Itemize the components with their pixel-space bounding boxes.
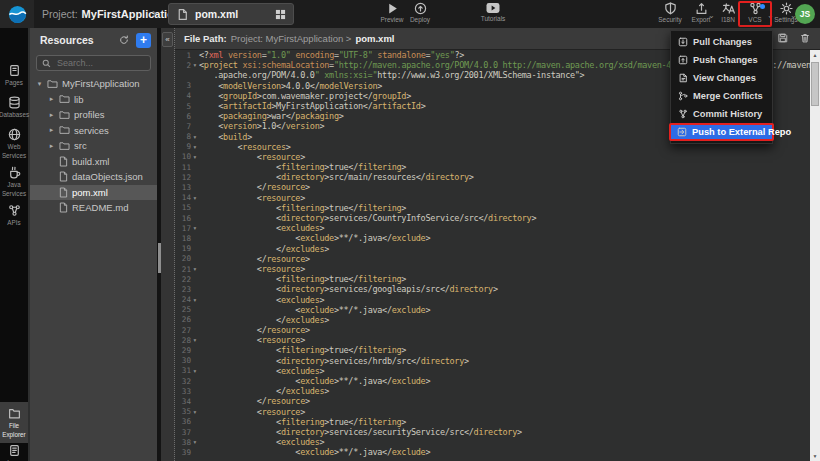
code-line: <directory>src/main/resources</directory… xyxy=(199,172,474,182)
chevron-right-icon[interactable]: ▸ xyxy=(48,142,55,150)
code-line: <filtering>true</filtering> xyxy=(199,345,406,355)
deploy-button[interactable]: Deploy xyxy=(405,2,435,23)
sidebar-item-java-services[interactable]: JavaServices xyxy=(0,166,28,197)
menu-item-view-changes[interactable]: View Changes xyxy=(671,69,772,87)
fold-marker-icon[interactable]: ▾ xyxy=(191,266,199,272)
activity-bar: ••• PagesDatabasesWebServicesJavaService… xyxy=(0,28,28,461)
fold-marker-icon[interactable]: ▾ xyxy=(191,225,199,231)
code-line: </excludes> xyxy=(199,386,329,396)
code-row: 39 <exclude>**/*.java</exclude> xyxy=(175,447,810,457)
view-changes-icon xyxy=(678,73,688,83)
sidebar-item-label: Databases xyxy=(0,111,29,118)
refresh-icon[interactable] xyxy=(119,35,129,45)
preview-button[interactable]: Preview xyxy=(377,2,407,23)
code-line: </resource> xyxy=(199,182,310,192)
trash-icon[interactable] xyxy=(800,33,810,43)
save-icon[interactable] xyxy=(778,33,788,43)
resources-search[interactable] xyxy=(36,55,151,71)
code-line: <artifactId>MyFirstApplication</artifact… xyxy=(199,101,425,111)
fold-marker-icon[interactable]: ▾ xyxy=(191,195,199,201)
chevron-down-icon[interactable]: ▾ xyxy=(36,80,43,88)
scroll-up-arrow-icon[interactable]: ▲ xyxy=(810,50,820,60)
tree-item-lib[interactable]: ▸lib xyxy=(30,92,157,108)
line-number: 3 xyxy=(175,81,191,90)
collapse-panel-button[interactable]: « xyxy=(162,32,173,47)
file-icon xyxy=(59,156,68,167)
file-path-current: pom.xml xyxy=(355,33,394,44)
chevron-right-icon[interactable]: ▸ xyxy=(48,111,55,119)
chevron-right-icon[interactable]: ▸ xyxy=(48,126,55,134)
menu-item-commit-history[interactable]: Commit History xyxy=(671,105,772,123)
editor-scrollbar-thumb[interactable] xyxy=(811,62,819,106)
fold-marker-icon[interactable]: ▾ xyxy=(191,368,199,374)
tree-item-readme-md[interactable]: README.md xyxy=(30,200,157,216)
user-avatar[interactable]: JS xyxy=(795,4,815,24)
tree-item-services[interactable]: ▸services xyxy=(30,123,157,139)
file-icon xyxy=(176,8,189,21)
vcs-dropdown-menu: Pull ChangesPush ChangesView ChangesMerg… xyxy=(670,30,773,144)
sidebar-item-apis[interactable]: APIs xyxy=(0,204,28,226)
sidebar-item-logs[interactable]: Logs xyxy=(0,444,28,461)
add-resource-button[interactable]: + xyxy=(136,33,151,48)
i18n-button[interactable]: I18N xyxy=(713,2,743,23)
commit-history-icon xyxy=(678,109,688,119)
line-number: 13 xyxy=(175,183,191,192)
fold-marker-icon[interactable]: ▾ xyxy=(191,439,199,445)
fold-marker-icon[interactable]: ▾ xyxy=(191,337,199,343)
fold-marker-icon[interactable]: ▾ xyxy=(191,409,199,415)
line-number: 34 xyxy=(175,397,191,406)
tutorials-button[interactable]: Tutorials xyxy=(478,2,508,22)
vcs-button[interactable]: VCS xyxy=(740,2,770,23)
code-line: <excludes> xyxy=(199,295,324,305)
code-row: 17▾ <excludes> xyxy=(175,223,810,233)
line-number: 10 xyxy=(175,152,191,161)
menu-item-push-to-external-repo[interactable]: Push to External Repo xyxy=(669,123,774,141)
tree-item-pom-xml[interactable]: pom.xml xyxy=(30,185,157,201)
open-file-tab[interactable]: pom.xml xyxy=(168,3,294,25)
fold-marker-icon[interactable]: ▾ xyxy=(191,134,199,140)
tree-item-profiles[interactable]: ▸profiles xyxy=(30,107,157,123)
tree-item-build-xml[interactable]: build.xml xyxy=(30,154,157,170)
menu-item-merge-conflicts[interactable]: Merge Conflicts xyxy=(671,87,772,105)
sidebar-item-pages[interactable]: Pages xyxy=(0,64,28,86)
tree-item-src[interactable]: ▸src xyxy=(30,138,157,154)
line-number: 19 xyxy=(175,244,191,253)
logo[interactable] xyxy=(0,0,34,28)
fold-marker-icon[interactable]: ▾ xyxy=(191,62,199,68)
menu-item-pull-changes[interactable]: Pull Changes xyxy=(671,33,772,51)
folder-icon xyxy=(59,141,70,151)
sidebar-item-web-services[interactable]: WebServices xyxy=(0,128,28,159)
grid-icon[interactable] xyxy=(275,9,286,20)
code-row: 21▾ <resource> xyxy=(175,264,810,274)
tree-item-dataobjects-json[interactable]: dataObjects.json xyxy=(30,169,157,185)
menu-item-push-changes[interactable]: Push Changes xyxy=(671,51,772,69)
security-button[interactable]: Security xyxy=(655,2,685,23)
line-number: 6 xyxy=(175,112,191,121)
menu-item-label: Push to External Repo xyxy=(692,127,791,137)
code-line: <exclude>**/*.java</exclude> xyxy=(199,376,430,386)
code-row: 38▾ <excludes> xyxy=(175,437,810,447)
play-icon xyxy=(386,2,399,15)
editor-scrollbar[interactable]: ▲ ▼ xyxy=(810,50,820,461)
code-row: 20 </resource> xyxy=(175,254,810,264)
line-number: 28 xyxy=(175,336,191,345)
tree-item-myfirstapplication[interactable]: ▾MyFirstApplication xyxy=(30,76,157,92)
scroll-down-arrow-icon[interactable]: ▼ xyxy=(810,451,820,461)
sidebar-item-label: Web xyxy=(8,143,21,150)
code-row: 14▾ <resource> xyxy=(175,193,810,203)
sidebar-item-databases[interactable]: Databases xyxy=(0,96,28,118)
code-row: 37 <directory>services/securityService/s… xyxy=(175,427,810,437)
fold-marker-icon[interactable]: ▾ xyxy=(191,297,199,303)
panel-collapse-strip: « xyxy=(161,28,175,461)
code-line: <filtering>true</filtering> xyxy=(199,162,406,172)
code-line: <directory>services/googleapis/src</dire… xyxy=(199,284,498,294)
fold-marker-icon[interactable]: ▾ xyxy=(191,144,199,150)
search-input[interactable] xyxy=(55,57,140,69)
fold-marker-icon[interactable]: ▾ xyxy=(191,154,199,160)
sidebar-item-file-explorer[interactable]: FileExplorer xyxy=(0,402,28,443)
chevron-right-icon[interactable]: ▸ xyxy=(48,95,55,103)
code-row: 31▾ <excludes> xyxy=(175,366,810,376)
line-number: 15 xyxy=(175,203,191,212)
project-label: Project: xyxy=(42,8,78,20)
tree-item-label: dataObjects.json xyxy=(72,171,143,182)
